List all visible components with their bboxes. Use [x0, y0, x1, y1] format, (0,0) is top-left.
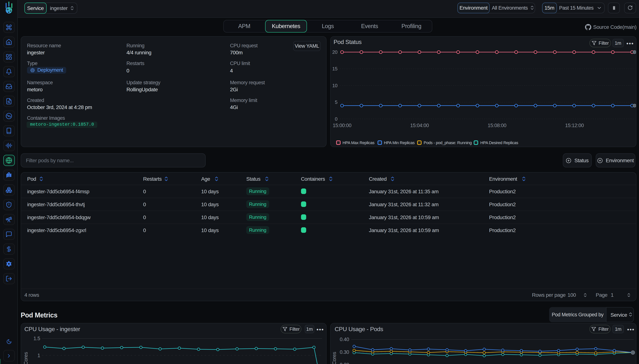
- svg-text:15:08:00: 15:08:00: [488, 123, 506, 128]
- svg-text:Cores: Cores: [332, 352, 337, 364]
- svg-text:1: 1: [37, 353, 40, 358]
- svg-text:15:00:00: 15:00:00: [333, 123, 351, 128]
- svg-text:15:04:00: 15:04:00: [410, 123, 429, 128]
- svg-text:1.5: 1.5: [34, 336, 40, 342]
- svg-text:0: 0: [335, 116, 337, 122]
- svg-text:Cores: Cores: [23, 352, 29, 364]
- svg-text:0.20: 0.20: [340, 362, 349, 364]
- svg-text:15: 15: [332, 66, 337, 72]
- svg-text:0.30: 0.30: [340, 350, 349, 355]
- svg-text:10: 10: [332, 83, 337, 88]
- svg-text:5: 5: [335, 100, 337, 105]
- svg-text:20: 20: [332, 49, 337, 55]
- svg-text:15:12:00: 15:12:00: [565, 123, 584, 128]
- svg-text:0.40: 0.40: [340, 337, 349, 342]
